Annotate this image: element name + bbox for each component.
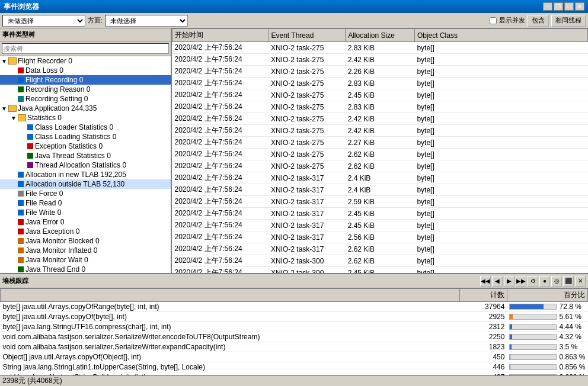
tree-item[interactable]: File Read 0 bbox=[0, 198, 171, 208]
filter-select-1[interactable]: 未做选择 bbox=[2, 15, 85, 27]
tree-expand-icon[interactable] bbox=[20, 124, 27, 131]
minimize-button[interactable]: ─ bbox=[543, 2, 552, 11]
stack-row[interactable]: byte[] java.util.Arrays.copyOfRange(byte… bbox=[1, 302, 588, 312]
tree-item-label: File Read 0 bbox=[25, 199, 62, 207]
stack-row[interactable]: void com.alibaba.fastjson.serializer.Ser… bbox=[1, 332, 588, 342]
tree-item[interactable]: Java Monitor Wait 0 bbox=[0, 255, 171, 265]
table-cell: XNIO-2 task-275 bbox=[269, 66, 346, 78]
maximize-button[interactable]: □ bbox=[564, 2, 574, 11]
tree-item[interactable]: ▼Flight Recorder 0 bbox=[0, 56, 171, 66]
table-row[interactable]: 2020/4/2 上午7:56:24XNIO-2 task-2752.83 Ki… bbox=[172, 101, 588, 113]
table-row[interactable]: 2020/4/2 上午7:56:24XNIO-2 task-3172.45 Ki… bbox=[172, 220, 588, 231]
table-row[interactable]: 2020/4/2 上午7:56:24XNIO-2 task-3172.59 Ki… bbox=[172, 196, 588, 208]
tree-item[interactable]: Flight Recording 0 bbox=[0, 75, 171, 85]
record-button[interactable]: ● bbox=[539, 276, 550, 287]
tree-expand-icon[interactable] bbox=[11, 181, 18, 188]
table-row[interactable]: 2020/4/2 上午7:56:24XNIO-2 task-3172.45 Ki… bbox=[172, 208, 588, 220]
tree-expand-icon[interactable] bbox=[11, 210, 18, 216]
table-row[interactable]: 2020/4/2 上午7:56:24XNIO-2 task-2752.83 Ki… bbox=[172, 42, 588, 54]
tree-item[interactable]: Data Loss 0 bbox=[0, 66, 171, 75]
tree-item[interactable]: Allocation outside TLAB 52,130 bbox=[0, 179, 171, 189]
tree-expand-icon[interactable] bbox=[11, 229, 18, 235]
table-row[interactable]: 2020/4/2 上午7:56:24XNIO-2 task-3172.4 KiB… bbox=[172, 184, 588, 196]
table-row[interactable]: 2020/4/2 上午7:56:24XNIO-2 task-3172.62 Ki… bbox=[172, 243, 588, 255]
tree-item[interactable]: Java Thread End 0 bbox=[0, 265, 171, 273]
target-button[interactable]: ◎ bbox=[551, 276, 562, 287]
stack-row[interactable]: byte[] java.util.Arrays.copyOf(byte[], i… bbox=[1, 312, 588, 322]
table-cell: XNIO-2 task-300 bbox=[269, 267, 346, 274]
first-button[interactable]: ◀◀ bbox=[480, 276, 491, 287]
stack-row[interactable]: void com.alibaba.fastjson.serializer.Ser… bbox=[1, 342, 588, 352]
tree-expand-icon[interactable]: ▼ bbox=[11, 115, 18, 121]
tree-expand-icon[interactable] bbox=[11, 247, 18, 254]
tree-expand-icon[interactable] bbox=[11, 191, 18, 197]
table-row[interactable]: 2020/4/2 上午7:56:24XNIO-2 task-2752.62 Ki… bbox=[172, 149, 588, 160]
tree-item[interactable]: Class Loading Statistics 0 bbox=[0, 132, 171, 141]
stack-method: String java.lang.StringLatin1.toUpperCas… bbox=[1, 362, 460, 372]
table-row[interactable]: 2020/4/2 上午7:56:24XNIO-2 task-2752.42 Ki… bbox=[172, 113, 588, 125]
tree-search-input[interactable] bbox=[2, 43, 169, 54]
related-thread-button[interactable]: 相同线程 bbox=[551, 15, 586, 27]
tree-expand-icon[interactable] bbox=[11, 67, 18, 74]
last-button[interactable]: ▶▶ bbox=[516, 276, 526, 287]
tree-item[interactable]: Recording Setting 0 bbox=[0, 94, 171, 104]
next-button[interactable]: ▶ bbox=[504, 276, 514, 287]
table-row[interactable]: 2020/4/2 上午7:56:24XNIO-2 task-2752.42 Ki… bbox=[172, 125, 588, 137]
close-button[interactable]: ✕ bbox=[575, 2, 584, 11]
tree-expand-icon[interactable] bbox=[20, 134, 27, 140]
tree-expand-icon[interactable] bbox=[20, 143, 27, 150]
tree-expand-icon[interactable] bbox=[11, 86, 18, 93]
tree-item[interactable]: Java Monitor Inflated 0 bbox=[0, 246, 171, 255]
settings-button[interactable]: ⚙ bbox=[528, 276, 538, 287]
tree-item[interactable]: Class Loader Statistics 0 bbox=[0, 123, 171, 132]
tree-item[interactable]: ▼Java Application 244,335 bbox=[0, 104, 171, 113]
tree-expand-icon[interactable] bbox=[11, 266, 18, 273]
tree-indent bbox=[1, 114, 11, 122]
tree-expand-icon[interactable]: ▼ bbox=[1, 58, 8, 65]
table-row[interactable]: 2020/4/2 上午7:56:24XNIO-2 task-3172.56 Ki… bbox=[172, 231, 588, 243]
tree-item[interactable]: Java Exception 0 bbox=[0, 227, 171, 236]
tree-item[interactable]: Thread Allocation Statistics 0 bbox=[0, 160, 171, 170]
tree-item[interactable]: Allocation in new TLAB 192,205 bbox=[0, 170, 171, 179]
stop-button[interactable]: ⬛ bbox=[563, 276, 574, 287]
tree-item[interactable]: ▼Statistics 0 bbox=[0, 113, 171, 123]
table-row[interactable]: 2020/4/2 上午7:56:24XNIO-2 task-2752.42 Ki… bbox=[172, 54, 588, 66]
tree-expand-icon[interactable]: ▼ bbox=[1, 105, 8, 112]
tree-item[interactable]: Exception Statistics 0 bbox=[0, 141, 171, 151]
table-row[interactable]: 2020/4/2 上午7:56:24XNIO-2 task-2752.26 Ki… bbox=[172, 66, 588, 78]
prev-button[interactable]: ◀ bbox=[492, 276, 503, 287]
table-row[interactable]: 2020/4/2 上午7:56:24XNIO-2 task-3002.45 Ki… bbox=[172, 267, 588, 274]
table-row[interactable]: 2020/4/2 上午7:56:24XNIO-2 task-2752.27 Ki… bbox=[172, 137, 588, 149]
stack-row[interactable]: String java.lang.StringLatin1.toUpperCas… bbox=[1, 362, 588, 372]
tree-item[interactable]: Java Thread Statistics 0 bbox=[0, 151, 171, 160]
tree-expand-icon[interactable] bbox=[11, 219, 18, 226]
table-row[interactable]: 2020/4/2 上午7:56:24XNIO-2 task-3172.4 KiB… bbox=[172, 172, 588, 184]
tree-expand-icon[interactable] bbox=[11, 172, 18, 178]
stack-row[interactable]: Object[] java.util.Arrays.copyOf(Object[… bbox=[1, 352, 588, 362]
tree-item[interactable]: Java Monitor Blocked 0 bbox=[0, 236, 171, 246]
tree-expand-icon[interactable] bbox=[20, 162, 27, 169]
table-row[interactable]: 2020/4/2 上午7:56:24XNIO-2 task-3002.62 Ki… bbox=[172, 255, 588, 267]
tree-item[interactable]: Java Error 0 bbox=[0, 217, 171, 227]
tree-item[interactable]: Recording Reason 0 bbox=[0, 85, 171, 94]
tree-expand-icon[interactable] bbox=[11, 257, 18, 263]
tree-item[interactable]: File Force 0 bbox=[0, 189, 171, 198]
table-row[interactable]: 2020/4/2 上午7:56:24XNIO-2 task-2752.62 Ki… bbox=[172, 160, 588, 172]
show-concurrent-checkbox[interactable] bbox=[490, 17, 497, 24]
tree-expand-icon[interactable] bbox=[11, 238, 18, 245]
table-row[interactable]: 2020/4/2 上午7:56:24XNIO-2 task-2752.45 Ki… bbox=[172, 89, 588, 101]
tree-expand-icon[interactable] bbox=[20, 153, 27, 159]
event-table-scroll[interactable]: 开始时间Event ThreadAllocation SizeObject Cl… bbox=[172, 28, 588, 273]
filter-select-2[interactable]: 未做选择 bbox=[105, 15, 188, 27]
include-button[interactable]: 包含 bbox=[528, 15, 549, 27]
close-stack-button[interactable]: ✕ bbox=[575, 276, 586, 287]
restore-button[interactable]: ❐ bbox=[554, 2, 563, 11]
tree-content[interactable]: ▼Flight Recorder 0 Data Loss 0 Flight Re… bbox=[0, 56, 171, 273]
stack-row[interactable]: byte[] java.lang.StringUTF16.compress(ch… bbox=[1, 322, 588, 332]
tree-expand-icon[interactable] bbox=[11, 200, 18, 207]
tree-item[interactable]: File Write 0 bbox=[0, 208, 171, 217]
percent-text: 72.8 % bbox=[559, 303, 581, 311]
tree-expand-icon[interactable] bbox=[11, 96, 18, 102]
tree-expand-icon[interactable] bbox=[11, 77, 18, 83]
table-row[interactable]: 2020/4/2 上午7:56:24XNIO-2 task-2752.83 Ki… bbox=[172, 78, 588, 89]
